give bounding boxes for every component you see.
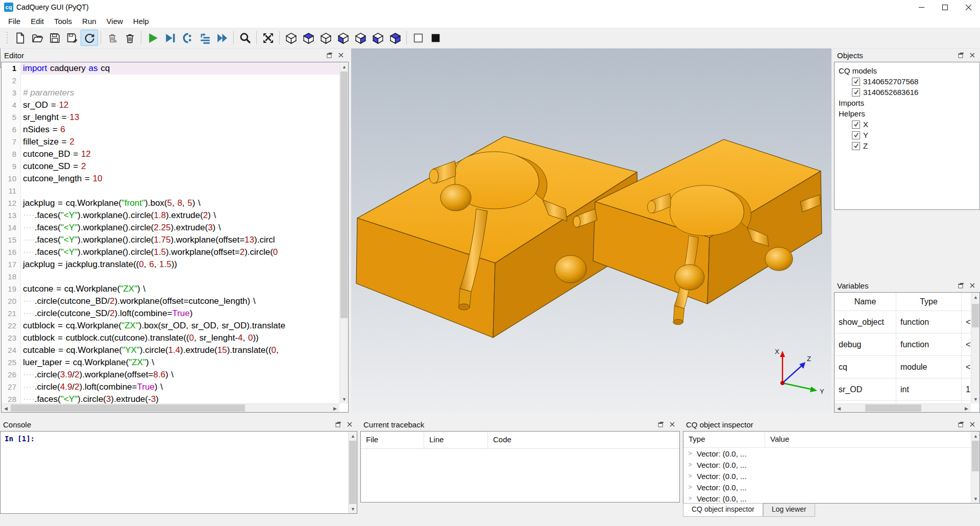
close-panel-icon[interactable]: [336, 51, 346, 59]
run-button[interactable]: [144, 30, 161, 46]
float-panel-icon[interactable]: [957, 420, 966, 428]
delete-button[interactable]: [121, 30, 138, 46]
code-line[interactable]: 26····.circle(3.9/2).workplane(offset=8.…: [2, 369, 339, 381]
wireframe-mode-button[interactable]: [409, 30, 427, 46]
tree-item[interactable]: 3140652683616: [837, 87, 977, 98]
checkbox[interactable]: [852, 88, 860, 97]
continue-button[interactable]: [213, 30, 231, 46]
inspector-row[interactable]: >Vector: (0.0, ...: [683, 459, 979, 470]
code-line[interactable]: 4sr_OD·=·12: [2, 99, 339, 111]
tree-item[interactable]: X: [837, 119, 977, 130]
code-line[interactable]: 19cutcone·=·cq.Workplane("ZX")·\: [2, 283, 339, 295]
menu-item-edit[interactable]: Edit: [26, 15, 49, 27]
code-line[interactable]: 28····.faces("<Y").circle(3).extrude(-3): [2, 393, 339, 403]
editor-horizontal-scrollbar[interactable]: ◀ ▶: [2, 403, 339, 412]
code-line[interactable]: 22cutblock·=·cq.Workplane("ZX").box(sr_O…: [2, 320, 339, 332]
debug-button[interactable]: [161, 30, 179, 46]
view-right-button[interactable]: [386, 30, 404, 46]
maximize-button[interactable]: [933, 0, 957, 14]
shaded-mode-button[interactable]: [427, 30, 444, 46]
chevron-right-icon[interactable]: >: [683, 484, 697, 491]
menu-item-help[interactable]: Help: [128, 15, 154, 27]
tab-cq-object-inspector[interactable]: CQ object inspector: [683, 503, 763, 517]
float-panel-icon[interactable]: [334, 420, 343, 428]
code-line[interactable]: 17jackplug·=·jackplug.translate((0,·6,·1…: [2, 258, 339, 271]
tree-item[interactable]: Z: [837, 140, 977, 151]
chevron-right-icon[interactable]: >: [683, 495, 697, 502]
view-front-button[interactable]: [334, 30, 352, 46]
view-iso-button[interactable]: [282, 30, 300, 46]
chevron-right-icon[interactable]: >: [683, 472, 697, 480]
close-panel-icon[interactable]: [345, 420, 354, 428]
code-line[interactable]: 25luer_taper·=·cq.Workplane("ZX")·\: [2, 356, 339, 369]
menu-item-view[interactable]: View: [102, 15, 128, 27]
code-line[interactable]: 6nSides·=·6: [2, 124, 339, 136]
code-line[interactable]: 1import·cadquery·as·cq: [2, 62, 339, 75]
code-line[interactable]: 24cutcable·=·cq.Workplane("YX").circle(1…: [2, 344, 339, 356]
tab-log-viewer[interactable]: Log viewer: [763, 504, 815, 517]
open-file-button[interactable]: [29, 30, 46, 46]
close-panel-icon[interactable]: [968, 51, 977, 59]
tree-item[interactable]: Y: [837, 130, 977, 140]
code-line[interactable]: 3# parameters: [2, 87, 339, 99]
code-line[interactable]: 21····.circle(cutcone_SD/2).loft(combine…: [2, 307, 339, 320]
float-panel-icon[interactable]: [957, 51, 966, 59]
viewport-3d[interactable]: X Z Y: [351, 49, 831, 413]
new-file-button[interactable]: [11, 30, 29, 46]
tree-group-helpers[interactable]: Helpers: [837, 108, 977, 119]
variables-row[interactable]: debugfunction<f: [835, 333, 971, 356]
close-panel-icon[interactable]: [968, 281, 977, 290]
tree-group-cq-models[interactable]: CQ models: [837, 65, 977, 76]
inspector-vertical-scrollbar[interactable]: ▲ ▼: [971, 432, 979, 503]
close-panel-icon[interactable]: [668, 420, 677, 428]
tree-item[interactable]: 3140652707568: [837, 76, 977, 87]
console-vertical-scrollbar[interactable]: ▲ ▼: [348, 432, 357, 513]
view-top-button[interactable]: [300, 30, 317, 46]
code-line[interactable]: 7fillet_size·=·2: [2, 136, 339, 148]
code-line[interactable]: 9cutcone_SD·=·2: [2, 160, 339, 173]
close-button[interactable]: [957, 0, 980, 14]
reload-button[interactable]: [81, 30, 98, 46]
save-button[interactable]: [46, 30, 63, 46]
code-line[interactable]: 10cutcone_length·=·10: [2, 173, 339, 185]
save-as-button[interactable]: [63, 30, 81, 46]
variables-row[interactable]: sr_ODint12: [835, 378, 971, 401]
variables-horizontal-scrollbar[interactable]: ◀ ▶: [835, 403, 971, 412]
step-into-button[interactable]: [196, 30, 213, 46]
code-editor[interactable]: 1import·cadquery·as·cq23# parameters4sr_…: [2, 62, 339, 403]
view-left-button[interactable]: [369, 30, 386, 46]
tree-group-imports[interactable]: Imports: [837, 98, 977, 108]
variables-row[interactable]: show_objectfunction<f: [835, 311, 971, 333]
menu-item-file[interactable]: File: [3, 15, 26, 27]
close-panel-icon[interactable]: [968, 420, 977, 428]
code-line[interactable]: 20····.circle(cutcone_BD/2).workplane(of…: [2, 295, 339, 307]
float-panel-icon[interactable]: [325, 51, 334, 59]
variables-row[interactable]: cqmodule<r: [835, 356, 971, 378]
editor-vertical-scrollbar[interactable]: ▲ ▼: [339, 62, 348, 403]
inspector-row[interactable]: >Vector: (0.0, ...: [683, 448, 979, 459]
menu-item-run[interactable]: Run: [77, 15, 102, 27]
checkbox[interactable]: [852, 131, 860, 139]
inspector-row[interactable]: >Vector: (0.0, ...: [683, 470, 979, 482]
code-line[interactable]: 27····.circle(4.9/2).loft(combine=True)·…: [2, 381, 339, 393]
code-line[interactable]: 2: [2, 75, 339, 87]
menu-item-tools[interactable]: Tools: [49, 15, 77, 27]
step-button[interactable]: [179, 30, 196, 46]
float-panel-icon[interactable]: [957, 281, 966, 290]
variables-vertical-scrollbar[interactable]: ▲ ▼: [971, 293, 979, 403]
minimize-button[interactable]: [910, 0, 933, 14]
code-line[interactable]: 18: [2, 271, 339, 283]
inspector-row[interactable]: >Vector: (0.0, ...: [683, 482, 979, 493]
view-bottom-button[interactable]: [317, 30, 334, 46]
code-line[interactable]: 16····.faces("<Y").workplane().circle(1.…: [2, 246, 339, 258]
chevron-right-icon[interactable]: >: [683, 461, 697, 468]
code-line[interactable]: 15····.faces("<Y").workplane().circle(1.…: [2, 234, 339, 246]
fit-view-button[interactable]: [259, 30, 277, 46]
code-line[interactable]: 12jackplug·=·cq.Workplane("front").box(5…: [2, 197, 339, 209]
code-line[interactable]: 5sr_lenght·=·13: [2, 111, 339, 124]
checkbox[interactable]: [852, 78, 860, 86]
inspector-row[interactable]: >Vector: (0.0, ...: [683, 493, 979, 504]
search-button[interactable]: [236, 30, 254, 46]
checkbox[interactable]: [852, 142, 860, 150]
chevron-right-icon[interactable]: >: [683, 450, 697, 457]
